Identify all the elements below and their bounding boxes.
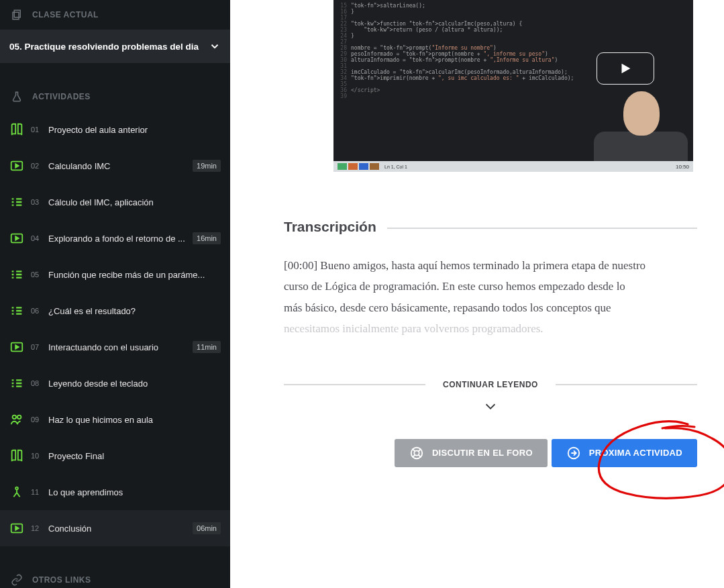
transcription-text: [00:00] Bueno amigos, hasta aquí hemos t… (284, 255, 646, 340)
activity-label: Proyecto del aula anterior (48, 125, 221, 135)
activity-label: Haz lo que hicimos en aula (48, 415, 221, 425)
task-icon (9, 303, 24, 318)
activity-label: ¿Cuál es el resultado? (48, 306, 221, 316)
transcription-faded: necesitamos inicialmente para volvernos … (284, 322, 544, 335)
activity-index: 06 (31, 307, 42, 315)
activity-item[interactable]: 01Proyecto del aula anterior (0, 111, 230, 148)
transcription-visible: [00:00] Bueno amigos, hasta aquí hemos t… (284, 259, 645, 314)
section-other-links: OTROS LINKS (0, 565, 230, 588)
activity-index: 03 (31, 198, 42, 206)
video-icon (9, 158, 24, 173)
lesson-video-preview[interactable]: 15"tok-fn">saltarLinea();16}1722"tok-kw"… (333, 0, 693, 172)
activity-index: 11 (31, 488, 42, 496)
video-icon (9, 521, 24, 536)
svg-rect-1 (13, 12, 19, 19)
activity-label: Explorando a fondo el retorno de ... (48, 234, 186, 244)
people-icon (9, 412, 24, 427)
chevron-down-icon (209, 40, 221, 52)
presenter-thumbnail (594, 79, 688, 166)
book-icon (9, 448, 24, 463)
task-icon (9, 195, 24, 209)
activity-list: 01Proyecto del aula anterior02Calculando… (0, 111, 230, 546)
book-icon (9, 122, 24, 137)
activity-item[interactable]: 11Lo que aprendimos (0, 474, 230, 510)
discuss-forum-label: DISCUTIR EN EL FORO (432, 448, 533, 458)
section-current-class: CLASE ACTUAL (0, 0, 230, 30)
task-icon (9, 267, 24, 282)
section-current-class-label: CLASE ACTUAL (32, 10, 99, 19)
sidebar: CLASE ACTUAL 05. Practique resolviendo p… (0, 0, 230, 588)
activity-item[interactable]: 08Leyendo desde el teclado (0, 365, 230, 401)
code-editor-preview: 15"tok-fn">saltarLinea();16}1722"tok-kw"… (333, 0, 579, 172)
svg-point-7 (15, 487, 18, 490)
activity-duration: 11min (193, 341, 221, 353)
activity-index: 05 (31, 271, 42, 279)
next-activity-button[interactable]: PRÓXIMA ACTIVIDAD (552, 439, 697, 467)
svg-rect-0 (14, 10, 20, 17)
activity-label: Interactuando con el usuario (48, 342, 186, 352)
link-icon (11, 574, 23, 586)
video-icon (9, 231, 24, 246)
activity-label: Calculando IMC (48, 161, 186, 171)
activity-index: 07 (31, 343, 42, 351)
activity-label: Proyecto Final (48, 451, 221, 461)
activity-duration: 06min (193, 522, 221, 534)
flask-icon (11, 91, 23, 103)
copy-icon (11, 9, 23, 21)
activity-item[interactable]: 12Conclusión06min (0, 510, 230, 546)
current-class-row[interactable]: 05. Practique resolviendo problemas del … (0, 30, 230, 63)
star-icon (9, 485, 24, 499)
svg-point-10 (414, 450, 419, 455)
video-icon (9, 340, 24, 354)
activity-index: 12 (31, 524, 42, 532)
activity-item[interactable]: 09Haz lo que hicimos en aula (0, 401, 230, 438)
continue-reading[interactable]: CONTINUAR LEYENDO (284, 380, 697, 413)
activity-duration: 16min (193, 232, 221, 244)
activity-index: 10 (31, 452, 42, 460)
chevron-down-icon (284, 399, 697, 413)
activity-index: 01 (31, 126, 42, 134)
task-icon (9, 376, 24, 391)
activity-index: 09 (31, 415, 42, 424)
section-activities: ACTIVIDADES (0, 82, 230, 111)
activity-index: 02 (31, 162, 42, 170)
discuss-forum-button[interactable]: DISCUTIR EN EL FORO (395, 439, 548, 467)
activity-item[interactable]: 03Cálculo del IMC, aplicación (0, 184, 230, 220)
activity-item[interactable]: 10Proyecto Final (0, 438, 230, 474)
transcription-title: Transcripción (284, 219, 376, 235)
activity-item[interactable]: 07Interactuando con el usuario11min (0, 329, 230, 365)
section-activities-label: ACTIVIDADES (32, 92, 91, 101)
activity-label: Conclusión (48, 524, 186, 534)
activity-duration: 19min (193, 160, 221, 172)
svg-point-6 (17, 415, 21, 420)
activity-label: Función que recibe más de un paráme... (48, 270, 221, 280)
activity-index: 08 (31, 379, 42, 387)
activity-index: 04 (31, 234, 42, 242)
main-content: 15"tok-fn">saltarLinea();16}1722"tok-kw"… (230, 0, 724, 588)
activity-item[interactable]: 04Explorando a fondo el retorno de ...16… (0, 220, 230, 256)
continue-reading-label: CONTINUAR LEYENDO (443, 380, 538, 389)
activity-label: Lo que aprendimos (48, 487, 221, 497)
next-activity-label: PRÓXIMA ACTIVIDAD (589, 448, 682, 458)
video-statusbar: Ln 1, Col 1 10:50 (333, 161, 693, 172)
activity-item[interactable]: 05Función que recibe más de un paráme... (0, 256, 230, 293)
statusbar-time: 10:50 (676, 164, 689, 170)
section-other-links-label: OTROS LINKS (32, 575, 91, 585)
activity-label: Leyendo desde el teclado (48, 379, 221, 389)
statusbar-position: Ln 1, Col 1 (384, 164, 407, 169)
activity-item[interactable]: 02Calculando IMC19min (0, 148, 230, 184)
arrow-right-circle-icon (566, 446, 581, 460)
svg-point-5 (13, 415, 16, 420)
current-class-title: 05. Practique resolviendo problemas del … (9, 42, 199, 52)
lifebuoy-icon (409, 446, 424, 460)
activity-label: Cálculo del IMC, aplicación (48, 197, 221, 207)
transcription-section: Transcripción [00:00] Bueno amigos, hast… (284, 219, 697, 340)
action-buttons-row: DISCUTIR EN EL FORO PRÓXIMA ACTIVIDAD (284, 439, 697, 467)
activity-item[interactable]: 06¿Cuál es el resultado? (0, 293, 230, 329)
